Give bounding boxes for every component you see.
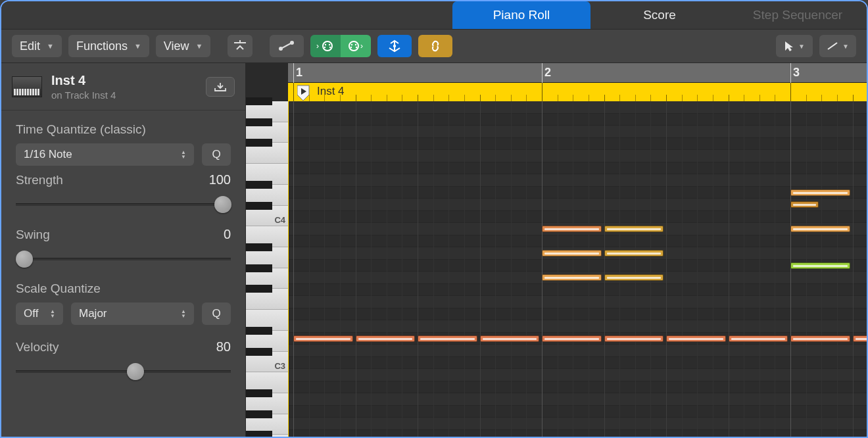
svg-point-3 [323, 41, 332, 51]
link-button[interactable] [418, 35, 452, 57]
cmd-click-tool[interactable]: ▼ [819, 35, 856, 57]
region-strip[interactable]: Inst 4 [288, 83, 867, 101]
catch-icon [233, 40, 247, 52]
tab-piano-roll[interactable]: Piano Roll [452, 1, 591, 29]
chevron-down-icon: ▼ [842, 43, 849, 50]
midi-note[interactable] [604, 226, 664, 232]
chevron-down-icon: ▼ [196, 42, 203, 50]
scale-quantize-button[interactable]: Q [202, 303, 231, 325]
palette-in-icon: › [316, 39, 335, 53]
svg-point-1 [290, 41, 294, 45]
midi-automation-button[interactable] [270, 35, 304, 57]
left-click-tool[interactable]: ▼ [776, 35, 813, 57]
functions-menu[interactable]: Functions ▼ [68, 35, 149, 57]
midi-note[interactable] [293, 335, 353, 342]
instrument-thumb-icon [12, 76, 42, 97]
midi-note[interactable] [542, 250, 602, 256]
view-menu[interactable]: View ▼ [156, 35, 211, 57]
content-area: Inst 4 on Track Inst 4 Time Quantize (cl… [1, 63, 867, 437]
piano-keys[interactable]: C4C3 [246, 101, 288, 437]
key-label-c4: C4 [274, 215, 285, 225]
swing-label: Swing [16, 228, 50, 242]
scale-quantize-label: Scale Quantize [16, 281, 231, 296]
midi-note[interactable] [542, 274, 602, 281]
swing-value: 0 [224, 227, 231, 242]
swing-slider[interactable] [16, 249, 231, 270]
midi-in-out-segment: › › [310, 35, 371, 57]
svg-point-4 [325, 44, 326, 45]
strength-label: Strength [16, 173, 63, 187]
pencil-line-icon [827, 41, 838, 51]
chevron-down-icon: ▼ [47, 42, 54, 50]
toolbar: Edit ▼ Functions ▼ View ▼ › › ▼ ▼ [1, 29, 867, 63]
midi-note[interactable] [790, 189, 850, 196]
midi-note[interactable] [604, 274, 664, 281]
scale-type-select[interactable]: Major ▲▼ [71, 303, 194, 325]
region-header: Inst 4 on Track Inst 4 [1, 63, 245, 110]
midi-note[interactable] [790, 201, 819, 208]
inbox-download-icon [214, 82, 227, 92]
tab-score[interactable]: Score [591, 1, 729, 29]
svg-point-14 [393, 45, 396, 47]
view-menu-label: View [164, 39, 189, 53]
midi-note[interactable] [666, 335, 726, 342]
midi-note[interactable] [418, 335, 477, 342]
view-tabs: Piano Roll Score Step Sequencer [452, 1, 867, 29]
time-quantize-select[interactable]: 1/16 Note ▲▼ [16, 143, 194, 166]
region-name: Inst 4 [51, 73, 116, 88]
slider-thumb[interactable] [214, 196, 231, 213]
bar-number: 2 [544, 66, 551, 80]
midi-note[interactable] [853, 335, 869, 342]
velocity-value: 80 [216, 339, 231, 354]
scale-enable-select[interactable]: Off ▲▼ [16, 303, 63, 325]
automation-icon [277, 40, 296, 52]
time-quantize-value: 1/16 Note [24, 148, 72, 161]
svg-point-9 [351, 44, 352, 45]
svg-text:›: › [316, 41, 319, 51]
midi-note[interactable] [542, 335, 602, 342]
bar-ruler[interactable]: 123 [288, 63, 867, 83]
midi-note[interactable] [790, 262, 850, 269]
slider-thumb[interactable] [16, 251, 33, 268]
midi-note[interactable] [542, 226, 602, 232]
midi-out-button[interactable]: › [341, 35, 371, 57]
time-quantize-label: Time Quantize (classic) [16, 122, 231, 137]
strength-slider[interactable] [16, 194, 231, 215]
slider-thumb[interactable] [127, 363, 144, 380]
midi-note[interactable] [790, 226, 850, 232]
midi-note[interactable] [604, 335, 664, 342]
velocity-slider[interactable] [16, 361, 231, 382]
midi-in-button[interactable]: › [310, 35, 341, 57]
inspector-panel: Time Quantize (classic) 1/16 Note ▲▼ Q S… [1, 110, 245, 406]
midi-note[interactable] [356, 335, 416, 342]
svg-point-12 [356, 47, 357, 48]
svg-point-8 [349, 41, 358, 51]
edit-menu[interactable]: Edit ▼ [12, 35, 62, 57]
import-midi-button[interactable] [206, 77, 235, 97]
midi-note[interactable] [790, 335, 850, 342]
note-grid[interactable] [288, 101, 867, 437]
svg-point-6 [324, 47, 326, 48]
playhead-line [288, 101, 289, 437]
stepper-icon: ▲▼ [181, 309, 186, 318]
quantize-button[interactable]: Q [202, 143, 231, 166]
tool-selectors: ▼ ▼ [776, 35, 856, 57]
region-subtitle: on Track Inst 4 [51, 89, 116, 101]
region-ticks [288, 83, 867, 101]
svg-point-10 [355, 44, 356, 45]
edit-menu-label: Edit [20, 39, 40, 53]
midi-note[interactable] [729, 335, 788, 342]
midi-thru-button[interactable] [377, 35, 412, 57]
catch-playhead-button[interactable] [228, 35, 253, 57]
chevron-down-icon: ▼ [798, 43, 805, 50]
key-label-c3: C3 [274, 361, 285, 371]
midi-note[interactable] [604, 250, 664, 256]
inspector-sidebar: Inst 4 on Track Inst 4 Time Quantize (cl… [1, 63, 246, 437]
functions-menu-label: Functions [76, 39, 128, 53]
svg-point-5 [329, 44, 330, 45]
bar-number: 1 [296, 66, 302, 80]
svg-text:›: › [360, 41, 363, 51]
chevron-down-icon: ▼ [134, 42, 141, 50]
midi-note[interactable] [480, 335, 540, 342]
stepper-icon: ▲▼ [181, 150, 186, 159]
